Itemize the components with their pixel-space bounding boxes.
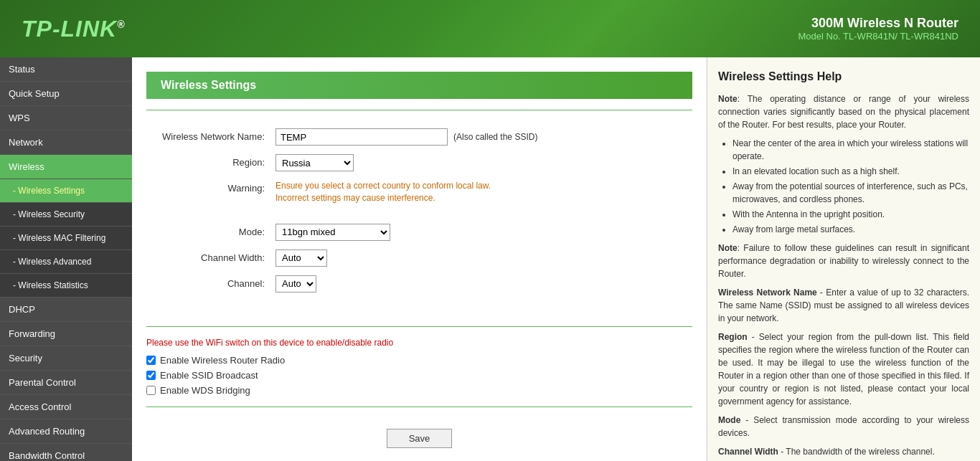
sidebar-item-wireless-security[interactable]: - Wireless Security — [0, 203, 132, 227]
mode-row: Mode: 11bgn mixed11bg mixed11b only11g o… — [146, 224, 692, 241]
model-name: 300M Wireless N Router — [798, 16, 958, 31]
checkbox-enable-wds-bridging[interactable] — [146, 386, 156, 395]
sidebar-item-bandwidth-control[interactable]: Bandwidth Control — [0, 444, 132, 461]
bottom-divider — [146, 407, 692, 407]
help-field4-text: - The bandwidth of the wireless channel. — [778, 447, 935, 457]
sidebar-item-dhcp[interactable]: DHCP — [0, 298, 132, 322]
model-number: Model No. TL-WR841N/ TL-WR841ND — [798, 31, 958, 42]
channel-width-row: Channel Width: Auto20MHz40MHz — [146, 249, 692, 267]
help-note1-text: : The operating distance or range of you… — [718, 94, 969, 130]
help-field3: Mode - Select transmission mode accordin… — [718, 414, 969, 439]
model-info: 300M Wireless N Router Model No. TL-WR84… — [798, 16, 958, 42]
help-field2-text: - Select your region from the pull-down … — [718, 332, 969, 407]
checkbox-enable-wireless-router-radio[interactable] — [146, 356, 156, 365]
help-field2: Region - Select your region from the pul… — [718, 331, 969, 408]
checkboxes-section: Enable Wireless Router RadioEnable SSID … — [132, 355, 707, 396]
help-field3-bold: Mode — [718, 415, 740, 425]
warning-line1: Ensure you select a correct country to c… — [275, 180, 491, 192]
region-row: Region: RussiaUnited StatesCanadaEuropeA… — [146, 154, 692, 171]
save-button[interactable]: Save — [387, 429, 453, 448]
channel-select[interactable]: Auto12345678910111213 — [275, 275, 316, 293]
checkbox-row-enable-ssid-broadcast: Enable SSID Broadcast — [132, 370, 707, 381]
help-field1-bold: Wireless Network Name — [718, 287, 817, 298]
warning-label: Warning: — [146, 180, 275, 194]
warning-field: Ensure you select a correct country to c… — [275, 180, 491, 204]
help-note2: Note: Failure to follow these guidelines… — [718, 242, 969, 280]
channel-field: Auto12345678910111213 — [275, 275, 316, 293]
help-field4: Channel Width - The bandwidth of the wir… — [718, 445, 969, 458]
sidebar-item-security[interactable]: Security — [0, 346, 132, 371]
help-bullets: Near the center of the area in which you… — [732, 137, 969, 236]
sidebar-item-access-control[interactable]: Access Control — [0, 395, 132, 419]
sidebar-item-quick-setup[interactable]: Quick Setup — [0, 82, 132, 106]
help-panel: Wireless Settings Help Note: The operati… — [707, 57, 980, 461]
sidebar-item-network[interactable]: Network — [0, 130, 132, 155]
sidebar-item-advanced-routing[interactable]: Advanced Routing — [0, 419, 132, 444]
channel-width-label: Channel Width: — [146, 249, 275, 263]
network-name-label: Wireless Network Name: — [146, 128, 275, 142]
sidebar-item-parental-control[interactable]: Parental Control — [0, 371, 132, 395]
logo-reg: ® — [117, 19, 125, 30]
checkbox-label-enable-wds-bridging: Enable WDS Bridging — [160, 385, 250, 396]
help-bullet: Away from the potential sources of inter… — [732, 180, 969, 206]
network-name-note: (Also called the SSID) — [453, 132, 537, 142]
region-label: Region: — [146, 154, 275, 168]
sidebar: StatusQuick SetupWPSNetworkWireless- Wir… — [0, 57, 132, 461]
network-name-field: (Also called the SSID) — [275, 128, 537, 146]
help-bullet: In an elevated location such as a high s… — [732, 165, 969, 178]
channel-label: Channel: — [146, 275, 275, 289]
sidebar-item-wireless[interactable]: Wireless — [0, 155, 132, 179]
radio-notice: Please use the WiFi switch on this devic… — [132, 338, 707, 348]
main-layout: StatusQuick SetupWPSNetworkWireless- Wir… — [0, 57, 980, 461]
top-divider — [146, 110, 692, 110]
help-bullet: Near the center of the area in which you… — [732, 137, 969, 163]
help-bullet: Away from large metal surfaces. — [732, 223, 969, 236]
checkbox-row-enable-wireless-router-radio: Enable Wireless Router Radio — [132, 355, 707, 366]
mode-field: 11bgn mixed11bg mixed11b only11g only11n… — [275, 224, 390, 241]
sidebar-item-wireless-settings[interactable]: - Wireless Settings — [0, 179, 132, 203]
model-n: TL-WR841N — [843, 31, 895, 42]
channel-width-field: Auto20MHz40MHz — [275, 249, 327, 267]
warning-row: Warning: Ensure you select a correct cou… — [146, 180, 692, 204]
help-note1: Note: The operating distance or range of… — [718, 92, 969, 131]
main-content: Wireless Settings Wireless Network Name:… — [132, 57, 707, 461]
channel-row: Channel: Auto12345678910111213 — [146, 275, 692, 293]
network-name-input[interactable] — [275, 128, 448, 146]
sidebar-item-wps[interactable]: WPS — [0, 106, 132, 130]
checkbox-row-enable-wds-bridging: Enable WDS Bridging — [132, 385, 707, 396]
region-field: RussiaUnited StatesCanadaEuropeAustralia… — [275, 154, 354, 171]
sidebar-item-wireless-mac-filtering[interactable]: - Wireless MAC Filtering — [0, 227, 132, 250]
help-note1-bold: Note — [718, 94, 738, 104]
help-title: Wireless Settings Help — [718, 68, 969, 85]
sidebar-item-wireless-statistics[interactable]: - Wireless Statistics — [0, 274, 132, 298]
region-select[interactable]: RussiaUnited StatesCanadaEuropeAustralia… — [275, 154, 354, 171]
help-field1: Wireless Network Name - Enter a value of… — [718, 286, 969, 325]
content-area: Wireless Settings Wireless Network Name:… — [132, 57, 980, 461]
network-name-row: Wireless Network Name: (Also called the … — [146, 128, 692, 146]
header: TP-LINK® 300M Wireless N Router Model No… — [0, 0, 980, 57]
mid-divider — [146, 326, 692, 327]
warning-text: Ensure you select a correct country to c… — [275, 180, 491, 204]
help-note2-text: : Failure to follow these guidelines can… — [718, 243, 969, 279]
help-note2-bold: Note — [718, 243, 738, 253]
channel-width-select[interactable]: Auto20MHz40MHz — [275, 249, 327, 267]
help-field4-bold: Channel Width — [718, 447, 778, 457]
logo-text: TP-LINK — [22, 16, 117, 42]
help-field3-text: - Select transmission mode according to … — [718, 415, 969, 438]
sidebar-item-status[interactable]: Status — [0, 57, 132, 82]
page-title: Wireless Settings — [146, 72, 692, 99]
model-nd: TL-WR841ND — [900, 31, 958, 42]
checkbox-label-enable-wireless-router-radio: Enable Wireless Router Radio — [160, 355, 285, 366]
mode-select[interactable]: 11bgn mixed11bg mixed11b only11g only11n… — [275, 224, 390, 241]
mode-label: Mode: — [146, 224, 275, 237]
checkbox-enable-ssid-broadcast[interactable] — [146, 371, 156, 380]
save-section: Save — [132, 418, 707, 459]
model-number-text: Model No. — [798, 31, 843, 42]
warning-line2: Incorrect settings may cause interferenc… — [275, 192, 491, 204]
sidebar-item-forwarding[interactable]: Forwarding — [0, 322, 132, 346]
sidebar-item-wireless-advanced[interactable]: - Wireless Advanced — [0, 250, 132, 274]
form-section: Wireless Network Name: (Also called the … — [132, 121, 707, 315]
help-field2-bold: Region — [718, 332, 748, 342]
model-sep: / — [895, 31, 897, 42]
logo: TP-LINK® — [22, 16, 126, 42]
